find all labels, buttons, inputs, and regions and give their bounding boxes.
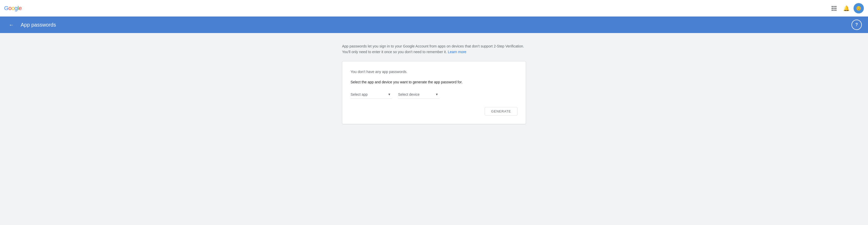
nav-left: Google — [4, 5, 22, 12]
logo-letter-o2: o — [11, 5, 14, 12]
selects-row: Select app Mail Calendar Contacts YouTub… — [350, 90, 518, 99]
account-avatar-button[interactable]: 😊 — [854, 3, 864, 13]
logo-letter-g: G — [4, 5, 8, 12]
logo-letter-o1: o — [8, 5, 11, 12]
select-app-wrapper: Select app Mail Calendar Contacts YouTub… — [350, 90, 392, 99]
no-passwords-message: You don't have any app passwords. — [350, 70, 518, 74]
select-device-dropdown[interactable]: Select device Windows Computer Mac iPhon… — [398, 90, 439, 99]
card-actions: GENERATE — [350, 107, 518, 116]
grid-dot — [833, 9, 835, 11]
grid-dot — [832, 8, 833, 9]
bell-icon: 🔔 — [843, 5, 850, 11]
grid-dot — [832, 6, 833, 7]
grid-dot — [833, 6, 835, 7]
google-logo: Google — [4, 5, 22, 12]
select-device-wrapper: Select device Windows Computer Mac iPhon… — [398, 90, 439, 99]
main-content: App passwords let you sign in to your Go… — [336, 43, 532, 124]
page-header: ← App passwords ? — [0, 16, 868, 33]
help-icon: ? — [855, 23, 858, 27]
logo-letter-e: e — [19, 5, 22, 12]
learn-more-link[interactable]: Learn more — [448, 50, 467, 54]
generate-button[interactable]: GENERATE — [485, 107, 518, 116]
back-button[interactable]: ← — [6, 20, 17, 30]
help-button[interactable]: ? — [851, 20, 862, 30]
grid-icon — [832, 6, 836, 11]
grid-dot — [835, 6, 836, 7]
logo-letter-g2: g — [14, 5, 18, 12]
nav-right: 🔔 😊 — [829, 3, 864, 13]
description-text: App passwords let you sign in to your Go… — [342, 43, 526, 55]
app-passwords-card: You don't have any app passwords. Select… — [342, 61, 526, 124]
apps-button[interactable] — [829, 3, 839, 13]
select-prompt-text: Select the app and device you want to ge… — [350, 80, 518, 84]
top-navigation: Google 🔔 😊 — [0, 0, 868, 16]
back-arrow-icon: ← — [9, 22, 14, 28]
grid-dot — [833, 8, 835, 9]
page-title: App passwords — [21, 22, 862, 28]
description-body: App passwords let you sign in to your Go… — [342, 44, 524, 54]
grid-dot — [835, 9, 836, 11]
grid-dot — [835, 8, 836, 9]
notifications-button[interactable]: 🔔 — [841, 3, 851, 13]
grid-dot — [832, 9, 833, 11]
select-app-dropdown[interactable]: Select app Mail Calendar Contacts YouTub… — [350, 90, 392, 99]
avatar-icon: 😊 — [856, 6, 861, 11]
